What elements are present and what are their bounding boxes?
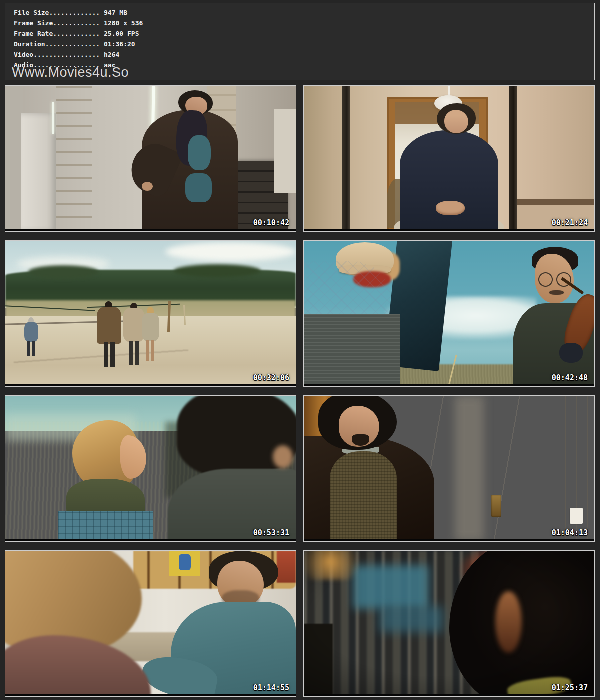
timestamp-overlay: 01:25:37 bbox=[552, 684, 588, 692]
screenshot-2: 00:21:24 bbox=[304, 86, 595, 232]
person-legs bbox=[28, 341, 35, 356]
letterbox-bar bbox=[304, 540, 594, 542]
dot-leader: ............ bbox=[53, 20, 100, 27]
teal-shirt bbox=[188, 136, 211, 170]
person-blue-jacket bbox=[24, 318, 38, 357]
letterbox-bar bbox=[6, 230, 296, 232]
dot-leader: ............ bbox=[53, 30, 100, 38]
screenshot-8: 01:25:37 bbox=[304, 550, 595, 697]
person-body bbox=[24, 322, 38, 342]
timestamp-overlay: 00:53:31 bbox=[254, 530, 290, 537]
info-line-frame-size: Frame Size............1280 x 536 bbox=[14, 18, 594, 28]
timestamp-overlay: 00:42:48 bbox=[552, 374, 588, 382]
letterbox-bar bbox=[304, 384, 594, 386]
wainscot-rail bbox=[517, 200, 594, 206]
blonde-woman bbox=[142, 307, 160, 361]
door-edge bbox=[509, 86, 517, 232]
info-value: 25.00 FPS bbox=[100, 30, 139, 38]
door-edge bbox=[342, 86, 350, 232]
info-label: Duration bbox=[14, 40, 46, 48]
screenshot-3: 00:32:06 bbox=[5, 240, 296, 387]
white-column bbox=[22, 114, 56, 232]
plaid-jacket bbox=[58, 511, 154, 542]
timestamp-overlay: 01:04:13 bbox=[552, 530, 588, 537]
info-value: 947 MB bbox=[100, 9, 128, 16]
man-hand bbox=[142, 182, 153, 190]
clasped-hands bbox=[436, 201, 465, 216]
info-line-duration: Duration..............01:36:20 bbox=[14, 39, 594, 50]
letterbox-bar bbox=[6, 540, 296, 542]
red-textile bbox=[277, 551, 296, 583]
hand bbox=[560, 343, 582, 364]
info-line-file-size: File Size.............947 MB bbox=[14, 8, 594, 18]
letterbox-bar bbox=[6, 694, 296, 696]
timestamp-overlay: 00:21:24 bbox=[552, 220, 588, 227]
timestamp-overlay: 00:10:42 bbox=[254, 220, 290, 227]
wall-shadow bbox=[455, 396, 484, 542]
vignette bbox=[304, 551, 594, 696]
neon-light-strip bbox=[52, 102, 54, 134]
media-info-panel: File Size.............947 MB Frame Size.… bbox=[5, 3, 595, 80]
screenshot-5: 00:53:31 bbox=[5, 396, 296, 542]
dune-grass bbox=[376, 364, 536, 386]
tree-canopy bbox=[28, 266, 98, 278]
man-face bbox=[444, 110, 469, 134]
letterbox-bar bbox=[6, 384, 296, 386]
info-value: 01:36:20 bbox=[100, 40, 135, 48]
info-value: 1280 x 536 bbox=[100, 20, 143, 27]
blue-figure-art bbox=[179, 554, 190, 570]
person-body bbox=[97, 308, 122, 344]
person-body bbox=[142, 314, 160, 342]
info-label: File Size bbox=[14, 9, 49, 16]
info-label: Frame Rate bbox=[14, 30, 53, 38]
light-switch bbox=[570, 508, 583, 524]
info-value: h264 bbox=[100, 51, 120, 58]
screenshot-grid: 00:10:42 00:21:24 bbox=[5, 86, 595, 697]
letterbox-bar bbox=[304, 230, 594, 232]
site-watermark: Www.Movies4u.So bbox=[12, 66, 129, 80]
person-legs bbox=[104, 342, 115, 366]
person-legs bbox=[146, 340, 154, 361]
person-legs bbox=[129, 341, 139, 366]
man-brown-coat bbox=[97, 302, 122, 367]
screenshot-1: 00:10:42 bbox=[5, 86, 296, 232]
timestamp-overlay: 01:14:55 bbox=[254, 684, 290, 692]
mustache bbox=[550, 290, 564, 295]
info-line-video: Video.................h264 bbox=[14, 50, 594, 60]
teal-shirt bbox=[186, 174, 212, 202]
lamp-cord bbox=[448, 86, 450, 96]
dot-leader: ............. bbox=[49, 9, 100, 16]
info-label: Frame Size bbox=[14, 20, 53, 27]
knit-sweater bbox=[330, 452, 397, 542]
man-sweater bbox=[400, 130, 499, 232]
doorway bbox=[274, 110, 296, 194]
gray-coat bbox=[304, 314, 400, 387]
info-line-frame-rate: Frame Rate............25.00 FPS bbox=[14, 28, 594, 39]
brass-lock-plate bbox=[492, 495, 502, 517]
letterbox-bar bbox=[304, 694, 594, 696]
screenshot-6: 01:04:13 bbox=[304, 396, 595, 542]
glasses-lens bbox=[538, 272, 553, 287]
screenshot-7: 01:14:55 bbox=[5, 550, 296, 697]
tree-canopy bbox=[174, 264, 261, 278]
wall-column bbox=[6, 86, 23, 232]
brick-pillar bbox=[56, 86, 93, 232]
screenshot-4: 00:42:48 bbox=[304, 240, 595, 387]
dot-leader: .............. bbox=[46, 40, 100, 48]
screenshot-sheet: File Size.............947 MB Frame Size.… bbox=[0, 0, 600, 700]
timestamp-overlay: 00:32:06 bbox=[254, 374, 290, 382]
cloud bbox=[166, 242, 296, 262]
info-label: Video bbox=[14, 51, 34, 58]
dot-leader: ................. bbox=[34, 51, 100, 58]
